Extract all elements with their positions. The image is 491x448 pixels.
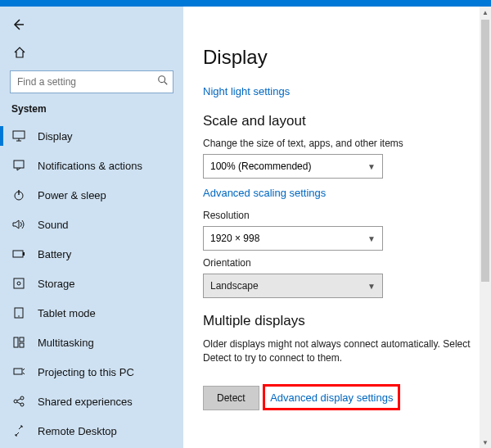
multitasking-icon [11,335,26,350]
battery-icon [11,247,26,261]
scroll-thumb[interactable] [481,20,489,282]
sidebar-item-label: Battery [38,248,71,260]
scale-value: 100% (Recommended) [210,161,311,172]
vertical-scrollbar[interactable]: ▲ ▼ [480,7,491,448]
sidebar-top-icons [0,11,183,44]
svg-point-7 [17,282,20,285]
sidebar-item-multitasking[interactable]: Multitasking [0,328,183,357]
sidebar-item-sound[interactable]: Sound [0,210,183,239]
tablet-icon [11,305,26,320]
orientation-select[interactable]: Landscape ▼ [203,274,383,298]
home-button[interactable] [11,44,28,61]
scale-select[interactable]: 100% (Recommended) ▼ [203,154,383,179]
notifications-icon [11,158,26,173]
night-light-link[interactable]: Night light settings [203,85,290,97]
sidebar-item-projecting[interactable]: Projecting to this PC [0,357,183,387]
shared-icon [11,394,26,409]
sidebar-item-remote[interactable]: Remote Desktop [0,416,183,446]
scale-label: Change the size of text, apps, and other… [203,138,471,149]
sidebar: System Display Notifications & actions P… [0,7,183,448]
svg-point-16 [20,403,24,406]
display-icon [11,129,26,143]
sidebar-item-power[interactable]: Power & sleep [0,180,183,210]
svg-rect-11 [20,337,24,342]
highlight-annotation: Advanced display settings [263,384,400,410]
sidebar-item-tablet[interactable]: Tablet mode [0,298,183,328]
sidebar-item-notifications[interactable]: Notifications & actions [0,151,183,180]
svg-point-15 [20,396,24,400]
resolution-label: Resolution [203,210,471,221]
svg-rect-6 [14,278,24,288]
scale-heading: Scale and layout [203,113,471,129]
sidebar-item-label: Display [38,130,73,143]
scroll-down-arrow[interactable]: ▼ [480,437,491,448]
sidebar-item-storage[interactable]: Storage [0,269,183,298]
svg-rect-10 [14,337,18,347]
multi-display-desc: Older displays might not always connect … [203,337,471,366]
svg-rect-4 [13,251,23,257]
sidebar-item-label: Multitasking [38,337,94,349]
storage-icon [11,276,26,291]
svg-rect-5 [23,252,25,256]
page-title: Display [203,46,471,69]
sidebar-item-battery[interactable]: Battery [0,239,183,269]
chevron-down-icon: ▼ [367,282,376,291]
sidebar-item-label: Power & sleep [38,189,106,201]
back-button[interactable] [10,16,26,33]
resolution-value: 1920 × 998 [210,233,259,244]
chevron-down-icon: ▼ [367,162,376,171]
sidebar-category: System [0,103,183,121]
detect-button[interactable]: Detect [203,386,259,410]
sidebar-item-shared[interactable]: Shared experiences [0,387,183,416]
advanced-scaling-link[interactable]: Advanced scaling settings [203,187,326,199]
sidebar-item-label: Projecting to this PC [38,366,134,378]
sidebar-item-label: Remote Desktop [38,425,117,437]
power-icon [11,188,26,202]
search-input[interactable] [10,70,173,93]
svg-rect-12 [20,343,24,347]
svg-point-14 [14,400,17,403]
scroll-up-arrow[interactable]: ▲ [480,7,491,18]
projecting-icon [11,364,26,379]
sidebar-item-label: Sound [38,219,69,231]
sidebar-item-label: Storage [38,278,75,290]
sidebar-item-label: Notifications & actions [38,160,142,172]
svg-point-9 [18,315,20,317]
orientation-label: Orientation [203,257,471,269]
svg-rect-1 [13,131,25,138]
sidebar-item-label: Shared experiences [38,396,133,408]
sidebar-item-display[interactable]: Display [0,121,183,151]
main-panel: Display Night light settings Scale and l… [183,7,491,448]
search-container [10,70,173,93]
sidebar-item-label: Tablet mode [38,307,96,319]
resolution-select[interactable]: 1920 × 998 ▼ [203,226,383,251]
svg-rect-13 [14,369,22,374]
settings-window: http://winaero.com http://winaero.com ht… [0,0,491,448]
multi-display-heading: Multiple displays [203,313,471,329]
remote-icon [11,423,26,438]
chevron-down-icon: ▼ [367,234,376,243]
sound-icon [11,217,26,232]
svg-rect-2 [14,161,24,168]
advanced-display-link[interactable]: Advanced display settings [270,391,393,404]
orientation-value: Landscape [210,280,259,292]
